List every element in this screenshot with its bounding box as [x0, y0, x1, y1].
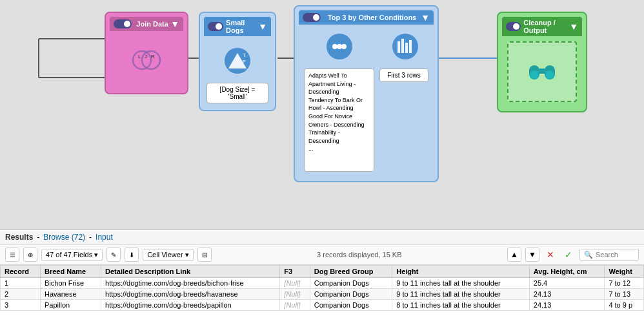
search-icon: 🔍 [584, 251, 593, 259]
sort-icon-area [301, 27, 377, 66]
binoculars-icon [526, 56, 558, 88]
table-cell: Bichon Frise [41, 278, 101, 289]
svg-point-18 [332, 44, 337, 49]
top3-left-panel: Adapts Well To Apartment Living - Descen… [301, 27, 377, 174]
table-row: 1Bichon Frisehttps://dogtime.com/dog-bre… [1, 278, 644, 289]
table-cell: Companion Dogs [310, 289, 392, 300]
col-header-group[interactable]: Dog Breed Group [310, 266, 392, 278]
fields-chevron-icon: ▾ [94, 251, 98, 259]
cell-viewer-dropdown[interactable]: Cell Viewer ▾ [143, 249, 193, 261]
cell-viewer-chevron-icon: ▾ [185, 251, 189, 259]
columns-chart-icon [391, 32, 419, 61]
col-header-breed-name[interactable]: Breed Name [41, 266, 101, 278]
table-cell: 7 to 13 [605, 289, 644, 300]
node-cleanup: Cleanup / Output ▼ [497, 12, 587, 112]
browse-label[interactable]: Browse (72) [43, 233, 85, 242]
table-cell: 9 to 11 inches tall at the shoulder [392, 289, 530, 300]
table-cell: https://dogtime.com/dog-breeds/bichon-fr… [101, 278, 280, 289]
join-icon-area: L J R [110, 31, 183, 89]
svg-rect-22 [397, 41, 400, 53]
svg-rect-24 [405, 43, 408, 53]
separator2: - [89, 233, 92, 242]
fields-dropdown[interactable]: 47 of 47 Fields ▾ [41, 249, 103, 261]
table-cell: https://dogtime.com/dog-breeds/papillon [101, 300, 280, 311]
node-toggle-small-dogs[interactable] [208, 22, 223, 31]
search-box: 🔍 [579, 249, 639, 261]
col-header-record[interactable]: Record [1, 266, 41, 278]
table-cell: Companion Dogs [310, 300, 392, 311]
node-toggle-cleanup[interactable] [506, 22, 521, 31]
download-icon-btn[interactable]: ⬇ [125, 248, 139, 262]
nav-down-btn[interactable]: ▼ [525, 248, 539, 262]
cell-viewer-label: Cell Viewer [147, 251, 183, 258]
node-cleanup-expand[interactable]: ▼ [569, 21, 578, 32]
columns-icon-area [379, 27, 431, 66]
table-cell: https://dogtime.com/dog-breeds/havanese [101, 289, 280, 300]
node-join-header: Join Data ▼ [110, 17, 183, 31]
table-cell: 24.13 [529, 289, 605, 300]
results-header: Results - Browse (72) - Input [0, 230, 644, 245]
table-cell: 4 to 9 p [605, 300, 644, 311]
toolbar: ☰ ⊕ 47 of 47 Fields ▾ ✎ ⬇ Cell Viewer ▾ … [0, 245, 644, 265]
col-header-height[interactable]: Height [392, 266, 530, 278]
table-row: 3Papillonhttps://dogtime.com/dog-breeds/… [1, 300, 644, 311]
filter-icon-btn[interactable]: ⊟ [197, 248, 212, 262]
filter-icon-area: T F [204, 36, 271, 80]
svg-point-29 [530, 70, 539, 79]
node-toggle-top3[interactable] [303, 13, 321, 22]
target-icon-btn[interactable]: ⊕ [23, 248, 37, 262]
table-cell: 1 [1, 278, 41, 289]
svg-point-30 [545, 70, 554, 79]
edit-icon-btn[interactable]: ✎ [106, 248, 121, 262]
check-btn[interactable]: ✓ [561, 248, 576, 262]
results-title: Results [5, 233, 33, 242]
svg-text:T: T [243, 52, 246, 58]
fields-count-label: 47 of 47 Fields [46, 251, 92, 258]
node-toggle-join[interactable] [114, 19, 132, 28]
node-small-dogs-expand[interactable]: ▼ [258, 21, 267, 32]
svg-text:L: L [138, 54, 141, 59]
table-cell: [Null] [280, 278, 310, 289]
node-cleanup-header: Cleanup / Output ▼ [502, 17, 582, 36]
list-icon-btn[interactable]: ☰ [5, 248, 19, 262]
node-top3-expand[interactable]: ▼ [421, 12, 430, 23]
node-cleanup-label: Cleanup / Output [523, 19, 569, 34]
col-header-weight[interactable]: Weight [605, 266, 644, 278]
col-header-avg-height[interactable]: Avg. Height, cm [529, 266, 605, 278]
sort-dots-icon [325, 32, 354, 61]
join-icon: L J R [130, 44, 163, 76]
search-input[interactable] [596, 251, 634, 258]
node-join-label: Join Data [136, 20, 168, 28]
data-table: Record Breed Name Detailed Description L… [0, 265, 644, 311]
svg-text:R: R [151, 54, 155, 59]
records-info: 3 records displayed, 15 KB [216, 251, 503, 258]
table-cell: [Null] [280, 300, 310, 311]
separator1: - [37, 233, 39, 242]
node-top3-header: Top 3 by Other Conditions ▼ [299, 10, 434, 25]
first3-box: First 3 rows [379, 69, 428, 82]
node-join-data: Join Data ▼ L J R [105, 12, 188, 94]
nav-up-btn[interactable]: ▲ [507, 248, 521, 262]
svg-text:J: J [145, 54, 147, 59]
input-label[interactable]: Input [96, 233, 113, 242]
table-cell: 3 [1, 300, 41, 311]
adapts-well-label: Adapts Well To Apartment Living - Descen… [308, 72, 370, 153]
node-join-expand[interactable]: ▼ [170, 19, 179, 29]
node-top3-label: Top 3 by Other Conditions [328, 14, 416, 21]
table-cell: Havanese [41, 289, 101, 300]
node-small-dogs: Small Dogs ▼ T F [Dog Size] = 'Small' [199, 12, 276, 111]
close-btn[interactable]: ✕ [543, 248, 558, 262]
filter-triangle-icon: T F [223, 47, 252, 75]
cleanup-icon-area [507, 41, 577, 102]
table-cell: Papillon [41, 300, 101, 311]
table-cell: 9 to 11 inches tall at the shoulder [392, 278, 530, 289]
table-cell: 8 to 11 inches tall at the shoulder [392, 300, 530, 311]
col-header-f3[interactable]: F3 [280, 266, 310, 278]
conditions-list: Adapts Well To Apartment Living - Descen… [304, 69, 374, 172]
filter-condition-text: [Dog Size] = 'Small' [206, 83, 268, 103]
svg-rect-25 [409, 40, 412, 53]
svg-text:F: F [243, 59, 246, 65]
col-header-link[interactable]: Detailed Description Link [101, 266, 280, 278]
table-cell: 2 [1, 289, 41, 300]
table-cell: 24.13 [529, 300, 605, 311]
